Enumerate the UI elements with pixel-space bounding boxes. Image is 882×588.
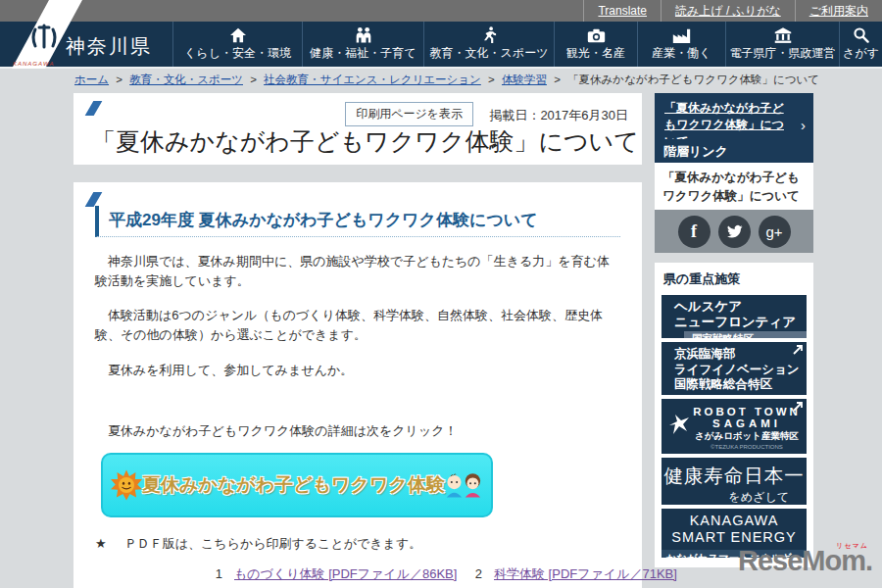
page-title: 「夏休みかながわ子どもワクワク体験」について [91, 125, 639, 158]
site-guide-link[interactable]: ご利用案内 [795, 0, 882, 22]
key-policies-box: 県の重点施策 ヘルスケア ニューフロンティア 国家戦略特区 京浜臨海部 ライフイ… [655, 263, 813, 567]
prefecture-name: 神奈川県 [66, 33, 152, 60]
pdf-note: ★ＰＤＦ版は、こちらから印刷することができます。 [95, 535, 620, 553]
pdf-link-list: 1 ものづくり体験 [PDFファイル／86KB] 2 科学体験 [PDFファイル… [211, 565, 620, 588]
external-link-icon [792, 401, 804, 413]
corner-slash-decoration [85, 101, 103, 116]
banner-keihin-life-innovation[interactable]: 京浜臨海部 ライフイノベーション 国際戦略総合特区 [662, 342, 807, 395]
resemom-ruby: リセマム [836, 541, 868, 551]
twitter-icon[interactable] [718, 216, 751, 248]
breadcrumb-home[interactable]: ホーム [74, 74, 109, 85]
print-page-button[interactable]: 印刷用ページを表示 [345, 102, 473, 126]
list-item: 2 科学体験 [PDFファイル／71KB] [470, 565, 704, 583]
nav-item-tourism[interactable]: 観光・名産 [554, 22, 637, 67]
nav-item-search[interactable]: さがす [839, 22, 882, 67]
banner-text: 夏休みかながわ子どもワクワク体験 [142, 472, 445, 498]
nav-item-living-safety[interactable]: くらし・安全・環境 [172, 22, 302, 67]
children-icon [445, 465, 483, 506]
government-building-icon [774, 26, 792, 43]
facebook-icon[interactable]: f [678, 216, 710, 248]
external-link-icon [792, 344, 804, 356]
google-plus-icon[interactable]: g+ [759, 216, 791, 248]
pdf-link-science[interactable]: 科学体験 [PDFファイル／71KB] [494, 565, 677, 583]
list-item: 1 ものづくり体験 [PDFファイル／86KB] [211, 565, 470, 583]
paragraph: 夏休みかながわ子どもワクワク体験の詳細は次をクリック！ [95, 421, 620, 441]
sun-icon [111, 459, 142, 512]
hierarchy-links-header: 階層リンク [655, 139, 813, 165]
breadcrumb-education[interactable]: 教育・文化・スポーツ [129, 74, 243, 85]
article-content-box: 平成29年度 夏休みかながわ子どもワクワク体験について 神奈川県では、夏休み期間… [74, 182, 642, 588]
page-title-box: 印刷用ページを表示 掲載日：2017年6月30日 「夏休みかながわ子どもワクワク… [74, 93, 642, 165]
nav-item-industry-work[interactable]: 産業・働く [637, 22, 725, 67]
search-icon [853, 26, 869, 43]
section-heading: 平成29年度 夏休みかながわ子どもワクワク体験について [95, 206, 620, 237]
corner-slash-decoration [85, 192, 103, 207]
runner-icon [481, 26, 497, 43]
chevron-right-icon: › [801, 117, 806, 133]
nav-item-egov-administration[interactable]: 電子県庁・県政運営 [725, 22, 839, 67]
social-share-box: f g+ [655, 210, 813, 253]
camera-icon [587, 26, 606, 43]
banner-healthy-longevity[interactable]: 健康寿命日本一 をめざして [662, 458, 807, 505]
tezuka-credit: ©TEZUKA PRODUCTIONS [687, 444, 807, 450]
breadcrumb-current: 「夏休みかながわ子どもワクワク体験」について [567, 74, 819, 85]
utility-bar: Translate 読み上げ / ふりがな ご利用案内 [0, 0, 882, 22]
paragraph: 体験活動は6つのジャンル（ものづくり体験、科学体験、自然体験、社会体験、歴史体験… [95, 306, 620, 345]
factory-icon [672, 26, 691, 43]
nav-items: くらし・安全・環境 健康・福祉・子育て 教育・文化・スポーツ [172, 22, 882, 67]
paragraph: 夏休みを利用して、参加してみませんか。 [95, 361, 620, 380]
publish-date: 掲載日：2017年6月30日 [489, 107, 628, 124]
home-icon [229, 26, 247, 43]
banner-healthcare-new-frontier[interactable]: ヘルスケア ニューフロンティア 国家戦略特区 [662, 295, 807, 338]
hierarchy-link-item[interactable]: 「夏休みかながわ子どもワクワク体験」について [655, 163, 813, 212]
read-aloud-furigana-link[interactable]: 読み上げ / ふりがな [661, 0, 795, 22]
pdf-link-monozukuri[interactable]: ものづくり体験 [PDFファイル／86KB] [234, 565, 457, 583]
star-icon: ★ [95, 536, 107, 551]
nav-item-education-culture-sports[interactable]: 教育・文化・スポーツ [423, 22, 554, 67]
key-policies-title: 県の重点施策 [663, 270, 807, 288]
family-icon [353, 26, 374, 43]
banner-robot-town-sagami[interactable]: ROBOT TOWN SAGAMI さがみロボット産業特区 ©TEZUKA PR… [662, 399, 807, 454]
wakuwaku-banner-link[interactable]: 夏休みかながわ子どもワクワク体験 [101, 453, 493, 517]
paragraph: 神奈川県では、夏休み期間中に、県の施設や学校で子どもたちの「生きる力」を育む体験… [95, 252, 620, 291]
breadcrumb-social-education[interactable]: 社会教育・サイエンス・レクリエーション [264, 74, 481, 85]
translate-link[interactable]: Translate [583, 0, 661, 22]
robot-bird-icon [667, 413, 691, 438]
resemom-logo: リセマム ReseMom. [738, 545, 872, 577]
nav-item-health-welfare[interactable]: 健康・福祉・子育て [302, 22, 423, 67]
breadcrumb-experience-learning[interactable]: 体験学習 [502, 74, 547, 85]
breadcrumb: ホーム > 教育・文化・スポーツ > 社会教育・サイエンス・レクリエーション >… [74, 73, 819, 87]
